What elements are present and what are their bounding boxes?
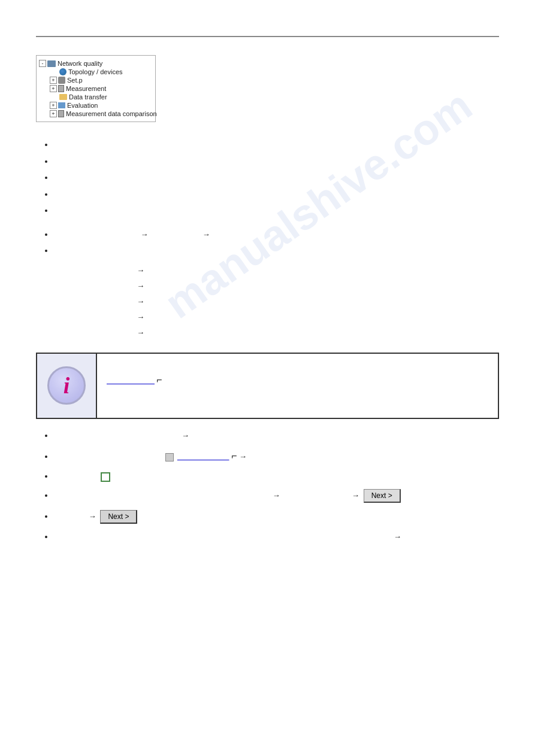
arrow-icon: → xyxy=(239,452,247,461)
arrow-icon: → xyxy=(394,532,401,541)
tree-root-label: Network quality xyxy=(58,60,102,67)
tree-evaluation-label: Evaluation xyxy=(67,102,98,109)
expand-setup-icon[interactable]: + xyxy=(50,77,57,84)
info-circle: i xyxy=(47,366,86,405)
corner-icon: ⌐ xyxy=(231,451,237,461)
tree-topology-label: Topology / devices xyxy=(68,68,123,75)
page-icon xyxy=(101,472,110,482)
tree-item-datatransfer[interactable]: Data transfer xyxy=(39,93,153,101)
sub-arrows-block: → → → → → xyxy=(36,263,499,341)
info-paragraph: ⌐ xyxy=(107,361,492,388)
globe-icon xyxy=(59,68,67,75)
section1-list xyxy=(54,139,499,217)
sub-arrow-2: → xyxy=(72,278,499,294)
gear-icon xyxy=(58,77,65,84)
info-i-letter: i xyxy=(64,374,70,397)
pc-icon xyxy=(47,60,56,67)
arrow-icon: → xyxy=(352,491,359,500)
next-button-main[interactable]: Next > xyxy=(100,510,137,524)
sub-arrow-4: → xyxy=(72,309,499,325)
small-doc-icon xyxy=(165,453,174,462)
list-item xyxy=(54,172,499,184)
bottom-list-item-3 xyxy=(54,470,499,482)
info-icon-cell: i xyxy=(37,354,97,418)
arrow-icon: → xyxy=(140,230,148,239)
tree-item-measurement[interactable]: + Measurement xyxy=(39,84,153,93)
tree-item-topology[interactable]: Topology / devices xyxy=(39,68,153,76)
navigation-tree: - Network quality Topology / devices + S… xyxy=(36,55,156,122)
folder-icon xyxy=(59,94,67,100)
tree-root[interactable]: - Network quality xyxy=(39,59,153,68)
info-paragraph2 xyxy=(107,393,492,405)
arrow-icon: → xyxy=(202,230,210,239)
arrow-icon: → xyxy=(182,431,189,440)
list-item xyxy=(54,205,499,217)
doc-icon xyxy=(58,85,64,92)
tree-item-setup[interactable]: + Set.p xyxy=(39,76,153,84)
bottom-list: → ⌐ → xyxy=(54,430,499,543)
doc2-icon xyxy=(58,110,64,117)
bottom-list-item-6: → xyxy=(54,531,499,543)
tree-setup-label: Set.p xyxy=(67,77,83,84)
arrow-icon: → xyxy=(89,512,96,521)
chart-icon xyxy=(58,102,65,108)
bottom-list-item-2: ⌐ → xyxy=(54,449,499,463)
info-link[interactable] xyxy=(107,377,155,385)
list-item-arrow1: → → xyxy=(54,229,499,241)
list-item-arrow2 xyxy=(54,245,499,257)
list-item xyxy=(54,139,499,151)
top-divider xyxy=(36,36,499,37)
tree-measurement-label: Measurement xyxy=(66,85,106,92)
arrow-icon: → xyxy=(273,491,280,500)
info-box: i xyxy=(36,353,499,420)
expand-root-icon[interactable]: - xyxy=(39,60,46,67)
tree-item-mdc[interactable]: + Measurement data comparison xyxy=(39,110,153,118)
section1-intro xyxy=(36,139,499,217)
section2-list: → → xyxy=(54,229,499,257)
tree-datatransfer-label: Data transfer xyxy=(69,93,107,101)
tree-mdc-label: Measurement data comparison xyxy=(66,110,157,117)
info-corner-icon: ⌐ xyxy=(156,375,162,385)
sub-arrow-3: → xyxy=(72,294,499,309)
list-item xyxy=(54,189,499,201)
sub-arrow-5: → xyxy=(72,325,499,341)
bottom-link[interactable] xyxy=(177,452,229,461)
tree-item-evaluation[interactable]: + Evaluation xyxy=(39,101,153,110)
expand-evaluation-icon[interactable]: + xyxy=(50,102,57,109)
next-button-top[interactable]: Next > xyxy=(364,489,401,503)
bottom-list-item-4: → → Next > xyxy=(54,489,499,503)
info-text-cell: ⌐ xyxy=(97,354,501,418)
list-item xyxy=(54,156,499,168)
bottom-section: → ⌐ → xyxy=(36,430,499,543)
expand-measurement-icon[interactable]: + xyxy=(50,85,57,92)
sub-arrow-1: → xyxy=(72,263,499,278)
section2-block: → → → xyxy=(36,229,499,341)
bottom-list-item-5: → Next > xyxy=(54,510,499,524)
bottom-list-item-1: → xyxy=(54,430,499,442)
expand-mdc-icon[interactable]: + xyxy=(50,110,57,117)
